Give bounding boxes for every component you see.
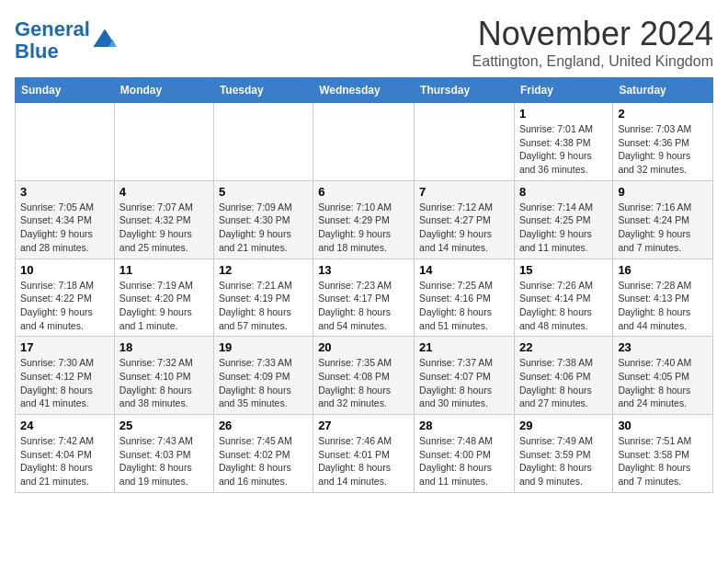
day-number: 14 bbox=[419, 263, 509, 277]
calendar-week-row: 1Sunrise: 7:01 AMSunset: 4:38 PMDaylight… bbox=[16, 103, 713, 181]
day-number: 24 bbox=[20, 419, 109, 432]
day-info: Sunrise: 7:16 AMSunset: 4:24 PMDaylight:… bbox=[618, 201, 708, 255]
calendar-week-row: 17Sunrise: 7:30 AMSunset: 4:12 PMDayligh… bbox=[16, 337, 713, 415]
calendar-cell: 13Sunrise: 7:23 AMSunset: 4:17 PMDayligh… bbox=[313, 259, 415, 337]
calendar-cell: 10Sunrise: 7:18 AMSunset: 4:22 PMDayligh… bbox=[16, 259, 115, 337]
calendar-cell: 1Sunrise: 7:01 AMSunset: 4:38 PMDaylight… bbox=[514, 103, 612, 181]
calendar-cell: 29Sunrise: 7:49 AMSunset: 3:59 PMDayligh… bbox=[514, 415, 612, 493]
day-info: Sunrise: 7:23 AMSunset: 4:17 PMDaylight:… bbox=[318, 279, 409, 333]
day-info: Sunrise: 7:49 AMSunset: 3:59 PMDaylight:… bbox=[519, 434, 608, 488]
calendar-cell: 22Sunrise: 7:38 AMSunset: 4:06 PMDayligh… bbox=[514, 337, 612, 415]
calendar-cell bbox=[16, 103, 115, 181]
calendar-week-row: 24Sunrise: 7:42 AMSunset: 4:04 PMDayligh… bbox=[16, 415, 713, 493]
weekday-header-thursday: Thursday bbox=[415, 78, 515, 103]
calendar-cell: 27Sunrise: 7:46 AMSunset: 4:01 PMDayligh… bbox=[313, 415, 415, 493]
day-number: 15 bbox=[519, 263, 608, 277]
day-info: Sunrise: 7:14 AMSunset: 4:25 PMDaylight:… bbox=[519, 201, 608, 255]
day-info: Sunrise: 7:07 AMSunset: 4:32 PMDaylight:… bbox=[119, 201, 209, 255]
page-header: General Blue November 2024 Eattington, E… bbox=[15, 15, 713, 70]
calendar-cell bbox=[415, 103, 515, 181]
day-number: 10 bbox=[20, 263, 109, 277]
day-number: 18 bbox=[119, 340, 209, 354]
day-number: 20 bbox=[318, 340, 409, 354]
calendar-cell: 24Sunrise: 7:42 AMSunset: 4:04 PMDayligh… bbox=[16, 415, 115, 493]
day-number: 8 bbox=[519, 185, 608, 199]
weekday-header-saturday: Saturday bbox=[613, 78, 713, 103]
day-number: 17 bbox=[20, 340, 109, 354]
calendar-cell: 8Sunrise: 7:14 AMSunset: 4:25 PMDaylight… bbox=[514, 180, 612, 259]
month-title: November 2024 bbox=[472, 15, 713, 53]
calendar-cell: 7Sunrise: 7:12 AMSunset: 4:27 PMDaylight… bbox=[415, 180, 515, 259]
calendar-cell bbox=[313, 103, 415, 181]
day-info: Sunrise: 7:48 AMSunset: 4:00 PMDaylight:… bbox=[419, 434, 509, 488]
calendar-cell: 14Sunrise: 7:25 AMSunset: 4:16 PMDayligh… bbox=[415, 259, 515, 337]
day-info: Sunrise: 7:18 AMSunset: 4:22 PMDaylight:… bbox=[20, 279, 109, 333]
day-info: Sunrise: 7:46 AMSunset: 4:01 PMDaylight:… bbox=[318, 434, 409, 488]
calendar-cell: 3Sunrise: 7:05 AMSunset: 4:34 PMDaylight… bbox=[16, 180, 115, 259]
calendar-cell: 4Sunrise: 7:07 AMSunset: 4:32 PMDaylight… bbox=[114, 180, 213, 259]
calendar-cell: 12Sunrise: 7:21 AMSunset: 4:19 PMDayligh… bbox=[213, 259, 313, 337]
calendar-cell: 28Sunrise: 7:48 AMSunset: 4:00 PMDayligh… bbox=[415, 415, 515, 493]
calendar-cell: 18Sunrise: 7:32 AMSunset: 4:10 PMDayligh… bbox=[114, 337, 213, 415]
day-number: 21 bbox=[419, 340, 509, 354]
day-info: Sunrise: 7:35 AMSunset: 4:08 PMDaylight:… bbox=[318, 356, 409, 410]
day-info: Sunrise: 7:33 AMSunset: 4:09 PMDaylight:… bbox=[219, 356, 308, 410]
calendar-cell bbox=[114, 103, 213, 181]
logo-icon bbox=[92, 28, 118, 53]
day-info: Sunrise: 7:40 AMSunset: 4:05 PMDaylight:… bbox=[618, 356, 708, 410]
weekday-header-wednesday: Wednesday bbox=[313, 78, 415, 103]
day-info: Sunrise: 7:09 AMSunset: 4:30 PMDaylight:… bbox=[219, 201, 308, 255]
day-info: Sunrise: 7:12 AMSunset: 4:27 PMDaylight:… bbox=[419, 201, 509, 255]
day-info: Sunrise: 7:19 AMSunset: 4:20 PMDaylight:… bbox=[119, 279, 209, 333]
day-info: Sunrise: 7:21 AMSunset: 4:19 PMDaylight:… bbox=[219, 279, 308, 333]
day-number: 6 bbox=[318, 185, 409, 199]
day-info: Sunrise: 7:10 AMSunset: 4:29 PMDaylight:… bbox=[318, 201, 409, 255]
day-info: Sunrise: 7:45 AMSunset: 4:02 PMDaylight:… bbox=[219, 434, 308, 488]
day-number: 2 bbox=[618, 107, 708, 121]
calendar-cell: 16Sunrise: 7:28 AMSunset: 4:13 PMDayligh… bbox=[613, 259, 713, 337]
day-info: Sunrise: 7:42 AMSunset: 4:04 PMDaylight:… bbox=[20, 434, 109, 488]
day-number: 30 bbox=[618, 419, 708, 432]
day-number: 1 bbox=[519, 107, 608, 121]
calendar-week-row: 10Sunrise: 7:18 AMSunset: 4:22 PMDayligh… bbox=[16, 259, 713, 337]
calendar-cell: 9Sunrise: 7:16 AMSunset: 4:24 PMDaylight… bbox=[613, 180, 713, 259]
calendar-cell: 20Sunrise: 7:35 AMSunset: 4:08 PMDayligh… bbox=[313, 337, 415, 415]
day-number: 23 bbox=[618, 340, 708, 354]
calendar-cell: 5Sunrise: 7:09 AMSunset: 4:30 PMDaylight… bbox=[213, 180, 313, 259]
day-number: 28 bbox=[419, 419, 509, 432]
calendar-body: 1Sunrise: 7:01 AMSunset: 4:38 PMDaylight… bbox=[16, 103, 713, 493]
day-number: 12 bbox=[219, 263, 308, 277]
day-info: Sunrise: 7:01 AMSunset: 4:38 PMDaylight:… bbox=[519, 122, 608, 177]
day-info: Sunrise: 7:37 AMSunset: 4:07 PMDaylight:… bbox=[419, 356, 509, 410]
day-number: 13 bbox=[318, 263, 409, 277]
day-number: 25 bbox=[119, 419, 209, 432]
day-info: Sunrise: 7:05 AMSunset: 4:34 PMDaylight:… bbox=[20, 201, 109, 255]
day-info: Sunrise: 7:43 AMSunset: 4:03 PMDaylight:… bbox=[119, 434, 209, 488]
day-info: Sunrise: 7:38 AMSunset: 4:06 PMDaylight:… bbox=[519, 356, 608, 410]
calendar-cell bbox=[213, 103, 313, 181]
day-number: 22 bbox=[519, 340, 608, 354]
calendar-cell: 17Sunrise: 7:30 AMSunset: 4:12 PMDayligh… bbox=[16, 337, 115, 415]
calendar-cell: 30Sunrise: 7:51 AMSunset: 3:58 PMDayligh… bbox=[613, 415, 713, 493]
calendar-cell: 11Sunrise: 7:19 AMSunset: 4:20 PMDayligh… bbox=[114, 259, 213, 337]
day-number: 5 bbox=[219, 185, 308, 199]
weekday-header-monday: Monday bbox=[114, 78, 213, 103]
day-number: 27 bbox=[318, 419, 409, 432]
day-info: Sunrise: 7:51 AMSunset: 3:58 PMDaylight:… bbox=[618, 434, 708, 488]
calendar-cell: 21Sunrise: 7:37 AMSunset: 4:07 PMDayligh… bbox=[415, 337, 515, 415]
day-number: 9 bbox=[618, 185, 708, 199]
day-number: 4 bbox=[119, 185, 209, 199]
day-number: 19 bbox=[219, 340, 308, 354]
calendar-cell: 26Sunrise: 7:45 AMSunset: 4:02 PMDayligh… bbox=[213, 415, 313, 493]
weekday-header-sunday: Sunday bbox=[16, 78, 115, 103]
calendar-cell: 6Sunrise: 7:10 AMSunset: 4:29 PMDaylight… bbox=[313, 180, 415, 259]
day-info: Sunrise: 7:03 AMSunset: 4:36 PMDaylight:… bbox=[618, 122, 708, 177]
title-area: November 2024 Eattington, England, Unite… bbox=[472, 15, 713, 70]
day-number: 7 bbox=[419, 185, 509, 199]
day-info: Sunrise: 7:32 AMSunset: 4:10 PMDaylight:… bbox=[119, 356, 209, 410]
day-number: 16 bbox=[618, 263, 708, 277]
calendar-cell: 2Sunrise: 7:03 AMSunset: 4:36 PMDaylight… bbox=[613, 103, 713, 181]
location-title: Eattington, England, United Kingdom bbox=[472, 53, 713, 70]
day-number: 11 bbox=[119, 263, 209, 277]
day-info: Sunrise: 7:30 AMSunset: 4:12 PMDaylight:… bbox=[20, 356, 109, 410]
